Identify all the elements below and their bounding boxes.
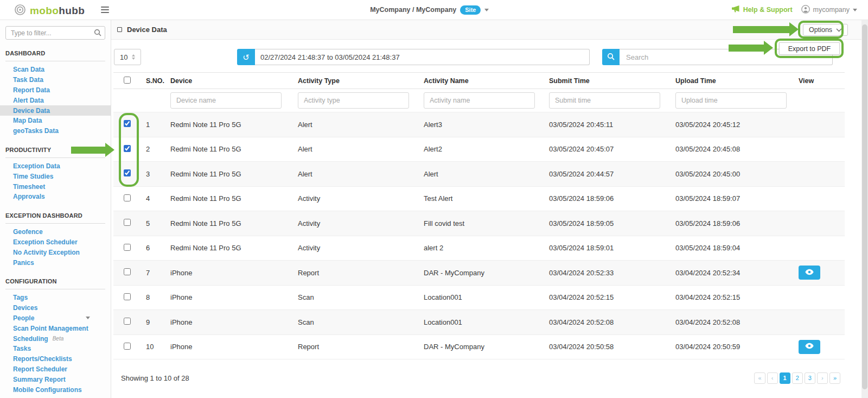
cell-upload-time: 03/04/2024 20:50:59 xyxy=(670,334,793,359)
sidebar-item-panics[interactable]: Panics xyxy=(0,257,111,268)
mobohubb-logo[interactable]: mobohubb xyxy=(14,4,85,18)
page-button-2[interactable]: 2 xyxy=(792,372,803,384)
column-header-device: Device xyxy=(165,73,292,89)
sidebar-item-label: Devices xyxy=(13,304,37,312)
chevron-down-icon xyxy=(86,317,90,319)
cell-activity-type: Alert xyxy=(292,112,418,137)
sidebar-item-geotasks-data[interactable]: geoTasks Data xyxy=(0,126,111,136)
row-checkbox[interactable] xyxy=(124,293,131,300)
row-checkbox[interactable] xyxy=(124,268,131,275)
cell-view xyxy=(793,162,845,187)
sidebar-item-time-studies[interactable]: Time Studies xyxy=(0,171,111,181)
cell-checkbox xyxy=(113,112,141,137)
export-to-pdf-menu-item[interactable]: Export to PDF xyxy=(779,42,840,55)
row-checkbox[interactable] xyxy=(124,244,131,251)
sidebar-item-scheduling[interactable]: SchedulingBeta xyxy=(0,333,111,344)
row-checkbox[interactable] xyxy=(124,194,131,201)
page-size-select[interactable]: 10 xyxy=(114,49,141,65)
beta-badge: Beta xyxy=(53,336,64,342)
sidebar-item-report-scheduler[interactable]: Report Scheduler xyxy=(0,364,111,375)
stepper-arrows-icon xyxy=(132,54,135,60)
sidebar-item-exception-data[interactable]: Exception Data xyxy=(0,161,111,172)
filter-cell-checkbox xyxy=(113,89,141,112)
sidebar-item-scan-point-management[interactable]: Scan Point Management xyxy=(0,323,111,333)
help-support-link[interactable]: Help & Support xyxy=(732,5,793,14)
refresh-button[interactable]: ↺ xyxy=(237,49,255,65)
table-row: 2Redmi Note 11 Pro 5GAlertAlert203/05/20… xyxy=(113,137,845,162)
submit-time-filter-input[interactable] xyxy=(549,92,660,109)
device-data-icon xyxy=(117,27,122,32)
activity-name-filter-input[interactable] xyxy=(424,92,535,109)
sidebar-item-people[interactable]: People xyxy=(0,313,111,324)
sidebar-item-label: Geofence xyxy=(13,228,43,236)
row-checkbox[interactable] xyxy=(124,219,131,226)
view-button[interactable] xyxy=(799,340,820,354)
sidebar-item-tags[interactable]: Tags xyxy=(0,293,111,303)
sidebar-item-map-data[interactable]: Map Data xyxy=(0,116,111,126)
cell-activity-type: Report xyxy=(292,334,418,359)
sidebar-filter-input[interactable] xyxy=(5,26,105,40)
sidebar-item-label: Report Data xyxy=(13,86,50,94)
row-checkbox[interactable] xyxy=(124,343,131,350)
filter-cell-view xyxy=(793,89,845,112)
divider xyxy=(5,289,105,289)
upload-time-filter-input[interactable] xyxy=(675,92,787,109)
sidebar-item-reports-checklists[interactable]: Reports/Checklists xyxy=(0,354,111,364)
sidebar-item-report-data[interactable]: Report Data xyxy=(0,85,111,96)
sidebar-item-devices[interactable]: Devices xyxy=(0,303,111,313)
sidebar-item-label: Tasks xyxy=(13,345,31,352)
row-checkbox[interactable] xyxy=(124,145,131,152)
activity-type-filter-input[interactable] xyxy=(298,92,409,109)
user-menu[interactable]: mycompany xyxy=(801,5,857,15)
cell-view xyxy=(793,211,845,236)
device-filter-input[interactable] xyxy=(170,92,282,109)
page-button-3[interactable]: 3 xyxy=(805,372,815,384)
sidebar-toggle-hamburger-icon[interactable] xyxy=(101,7,109,15)
vertical-scrollbar[interactable] xyxy=(861,20,868,398)
sidebar-item-label: Scan Data xyxy=(13,66,44,73)
column-header-view: View xyxy=(793,73,845,89)
last-page-button[interactable]: » xyxy=(829,372,840,384)
date-range-input[interactable] xyxy=(255,49,590,65)
sidebar-item-scan-data[interactable]: Scan Data xyxy=(0,65,111,75)
cell-device: iPhone xyxy=(165,285,292,310)
cell-sno: 7 xyxy=(141,261,165,286)
scrollbar-thumb[interactable] xyxy=(862,24,867,389)
row-checkbox[interactable] xyxy=(124,169,131,176)
sidebar-item-exception-scheduler[interactable]: Exception Scheduler xyxy=(0,237,111,248)
select-all-checkbox[interactable] xyxy=(124,77,131,84)
table-row: 4Redmi Note 11 Pro 5GActivityTest Alert0… xyxy=(113,186,845,211)
sidebar-item-alert-data[interactable]: Alert Data xyxy=(0,95,111,105)
device-data-table: S.NO.DeviceActivity TypeActivity NameSub… xyxy=(113,72,845,359)
sidebar-item-summary-report[interactable]: Summary Report xyxy=(0,374,111,384)
view-button[interactable] xyxy=(799,266,820,280)
first-page-button[interactable]: « xyxy=(754,372,765,384)
page-button-1[interactable]: 1 xyxy=(780,372,790,384)
sidebar-item-approvals[interactable]: Approvals xyxy=(0,192,111,202)
main-content: Device Data 10 ↺ xyxy=(111,20,868,398)
filter-cell-device xyxy=(165,89,292,112)
cell-view xyxy=(793,112,845,137)
logo-text: mobohubb xyxy=(30,5,85,17)
cell-submit-time: 03/05/2024 18:59:01 xyxy=(544,236,670,261)
logo-text-mobo: mobo xyxy=(30,5,59,16)
sidebar-item-mobile-configurations[interactable]: Mobile Configurations xyxy=(0,384,111,395)
next-page-button[interactable]: › xyxy=(817,372,828,384)
table-row: 1Redmi Note 11 Pro 5GAlertAlert303/05/20… xyxy=(113,112,845,137)
sidebar-item-device-data[interactable]: Device Data xyxy=(0,105,111,116)
sidebar-item-tasks[interactable]: Tasks xyxy=(0,344,111,354)
sidebar-item-no-activity-exception[interactable]: No Activity Exception xyxy=(0,247,111,257)
row-checkbox[interactable] xyxy=(124,120,131,127)
cell-device: iPhone xyxy=(165,261,292,286)
cell-activity-name: Location001 xyxy=(418,310,544,335)
sidebar-item-label: Scan Point Management xyxy=(13,325,88,332)
sidebar-item-geofence[interactable]: Geofence xyxy=(0,227,111,237)
prev-page-button[interactable]: ‹ xyxy=(767,372,778,384)
sidebar-item-timesheet[interactable]: Timesheet xyxy=(0,181,111,192)
cell-upload-time: 03/04/2024 20:52:34 xyxy=(670,261,793,286)
sidebar-item-task-data[interactable]: Task Data xyxy=(0,75,111,85)
company-site-selector[interactable]: MyCompany / MyCompany Site xyxy=(127,5,732,15)
row-checkbox[interactable] xyxy=(124,318,131,325)
search-button[interactable] xyxy=(602,49,620,65)
options-button[interactable]: Options xyxy=(803,24,848,36)
